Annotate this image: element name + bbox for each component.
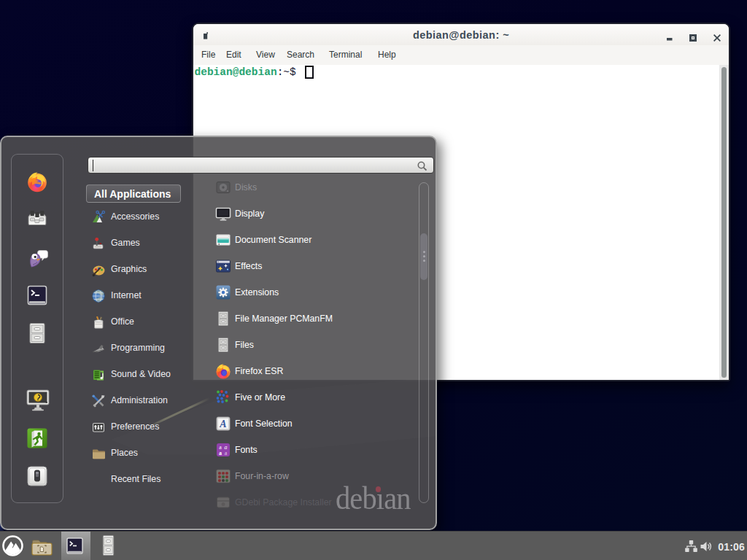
svg-text:a: a [219, 450, 222, 456]
svg-text:A: A [219, 419, 226, 429]
svg-text:a: a [225, 450, 228, 456]
